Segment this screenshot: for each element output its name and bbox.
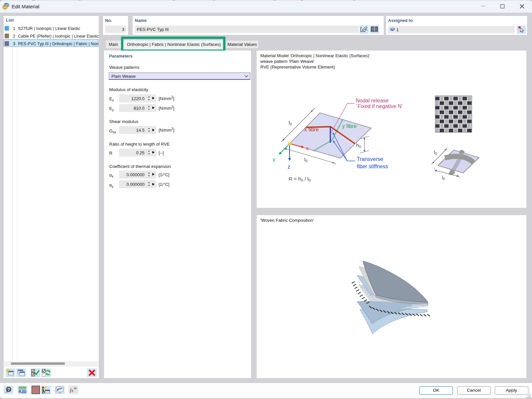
svg-text:x: x: [306, 146, 309, 151]
svg-text:l0: l0: [304, 157, 308, 163]
svg-text:l0: l0: [442, 175, 445, 181]
svg-text:h0: h0: [356, 142, 361, 149]
svg-text:fiber stiffness: fiber stiffness: [357, 164, 388, 169]
svg-text:R = h0 / l0: R = h0 / l0: [289, 176, 311, 182]
svg-text:fx: fx: [70, 388, 73, 393]
svg-text:RVE (Representative Volume Ele: RVE (Representative Volume Element): [260, 65, 335, 69]
svg-text:Transverse: Transverse: [357, 156, 383, 162]
svg-text:y: y: [273, 157, 275, 162]
svg-text:?: ?: [7, 387, 10, 392]
svg-text:z: z: [288, 164, 290, 170]
svg-text:0,: 0,: [19, 389, 22, 393]
svg-text:00: 00: [22, 389, 26, 393]
svg-text:x fibre: x fibre: [304, 127, 319, 132]
svg-text:l0: l0: [434, 150, 437, 156]
svg-text:Nodal release: Nodal release: [356, 98, 389, 103]
svg-text:Material Model 'Orthotropic |: Material Model 'Orthotropic | Nonlinear …: [260, 53, 370, 58]
svg-text:y fibre: y fibre: [342, 123, 357, 129]
svg-text:l0: l0: [289, 120, 292, 126]
svg-text:´Fixed if negative N´: ´Fixed if negative N´: [356, 103, 403, 109]
svg-text:weave pattern 'Plain Weave': weave pattern 'Plain Weave': [260, 59, 315, 64]
